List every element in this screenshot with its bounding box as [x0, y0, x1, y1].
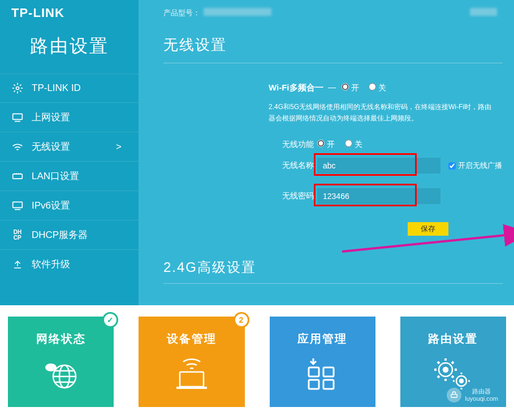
nav-label: 无线设置	[32, 140, 70, 153]
multiband-radio-group: 开 关	[342, 83, 395, 93]
nav-dhcp[interactable]: DHCP DHCP服务器	[0, 220, 139, 249]
svg-point-19	[47, 367, 49, 369]
svg-rect-26	[309, 380, 319, 389]
content-panel: 产品型号： 无线设置 Wi-Fi多频合一 开 关 2.4G和5G无线网络使用相同…	[139, 0, 514, 305]
svg-point-29	[443, 367, 448, 372]
save-button[interactable]: 保存	[408, 222, 448, 236]
tile-title: 应用管理	[297, 331, 347, 347]
section-title-24g: 2.4G高级设置	[163, 258, 503, 284]
svg-line-37	[452, 362, 453, 363]
section-title-wireless: 无线设置	[163, 35, 503, 63]
model-label: 产品型号：	[163, 8, 200, 18]
multiband-on[interactable]: 开	[342, 83, 359, 92]
multiband-hint: 2.4G和5G无线网络使用相同的无线名称和密码，在终端连接Wi-Fi时，路由器会…	[269, 101, 495, 124]
bottom-tiles: ✓ 网络状态 2 设备管理 应用管理 路由设置 路由器luyouqi.com	[0, 305, 514, 407]
multiband-label: Wi-Fi多频合一	[269, 83, 323, 93]
svg-rect-44	[451, 395, 457, 397]
apps-icon	[303, 353, 342, 393]
svg-point-0	[16, 87, 19, 90]
brand-logo: TP-LINK	[0, 0, 139, 24]
content-header: 产品型号：	[163, 0, 514, 18]
monitor-icon	[11, 200, 24, 212]
tile-app-management[interactable]: 应用管理	[270, 317, 375, 407]
func-on[interactable]: 开	[317, 140, 335, 149]
nav-tplink-id[interactable]: TP-LINK ID	[0, 73, 139, 102]
badge-check-icon: ✓	[102, 312, 118, 328]
broadcast-checkbox[interactable]: 开启无线广播	[448, 161, 502, 171]
row-save: 保存	[269, 222, 514, 236]
page-title: 路由设置	[0, 24, 139, 73]
svg-point-39	[460, 379, 463, 383]
tile-title: 路由设置	[428, 331, 478, 347]
svg-rect-1	[13, 114, 23, 119]
dhcp-icon: DHCP	[11, 229, 24, 241]
svg-line-36	[438, 376, 439, 378]
nav-label: 上网设置	[32, 111, 70, 124]
sidebar: TP-LINK 路由设置 TP-LINK ID 上网设置 无线设置 > LAN口…	[0, 0, 139, 305]
svg-line-35	[452, 376, 453, 378]
gear-icon	[11, 82, 24, 94]
nav-label: DHCP服务器	[32, 228, 88, 241]
row-ssid: 无线名称 开启无线广播	[269, 158, 514, 174]
ethernet-icon	[11, 170, 24, 183]
row-multiband: Wi-Fi多频合一 开 关	[269, 83, 514, 93]
tile-router-settings[interactable]: 路由设置 路由器luyouqi.com	[400, 317, 506, 407]
monitor-icon	[11, 111, 24, 124]
password-input[interactable]	[317, 188, 440, 204]
nav-upgrade[interactable]: 软件升级	[0, 249, 139, 279]
tile-device-management[interactable]: 2 设备管理	[139, 317, 244, 407]
svg-rect-22	[180, 372, 204, 387]
row-password: 无线密码	[269, 188, 514, 204]
svg-rect-8	[13, 202, 23, 207]
upload-icon	[11, 258, 24, 271]
func-off[interactable]: 关	[345, 140, 362, 149]
watermark-icon	[447, 388, 461, 402]
svg-rect-3	[13, 174, 23, 178]
svg-point-21	[52, 367, 54, 369]
multiband-off[interactable]: 关	[369, 83, 386, 92]
row-wireless-func: 无线功能 开 关	[269, 140, 514, 150]
nav-lan[interactable]: LAN口设置	[0, 161, 139, 190]
chevron-right-icon: >	[116, 141, 122, 153]
nav-label: IPv6设置	[32, 199, 70, 212]
ssid-label: 无线名称	[269, 161, 314, 171]
pwd-label: 无线密码	[269, 191, 314, 201]
svg-rect-27	[323, 380, 334, 389]
nav-wireless[interactable]: 无线设置 >	[0, 132, 139, 161]
model-value-redacted	[204, 8, 271, 16]
func-label: 无线功能	[269, 140, 314, 150]
nav-label: TP-LINK ID	[32, 83, 81, 94]
laptop-wifi-icon	[172, 353, 211, 393]
nav-wan[interactable]: 上网设置	[0, 102, 139, 132]
nav-label: LAN口设置	[32, 170, 79, 183]
wireless-form: Wi-Fi多频合一 开 关 2.4G和5G无线网络使用相同的无线名称和密码，在终…	[163, 83, 514, 236]
globe-icon	[41, 353, 81, 393]
tile-network-status[interactable]: ✓ 网络状态	[8, 317, 114, 407]
header-right-redacted	[470, 8, 497, 16]
gears-icon	[433, 353, 473, 393]
svg-point-20	[50, 367, 51, 369]
ssid-input[interactable]	[317, 158, 440, 174]
nav-label: 软件升级	[32, 258, 70, 271]
svg-line-34	[438, 362, 439, 363]
svg-rect-25	[323, 367, 334, 376]
wifi-icon	[11, 141, 24, 153]
watermark: 路由器luyouqi.com	[447, 388, 498, 402]
tile-title: 设备管理	[167, 331, 217, 347]
badge-count: 2	[234, 312, 249, 328]
svg-rect-24	[309, 367, 319, 376]
tile-title: 网络状态	[36, 331, 86, 347]
func-radio-group: 开 关	[317, 140, 370, 150]
nav-ipv6[interactable]: IPv6设置	[0, 190, 139, 220]
